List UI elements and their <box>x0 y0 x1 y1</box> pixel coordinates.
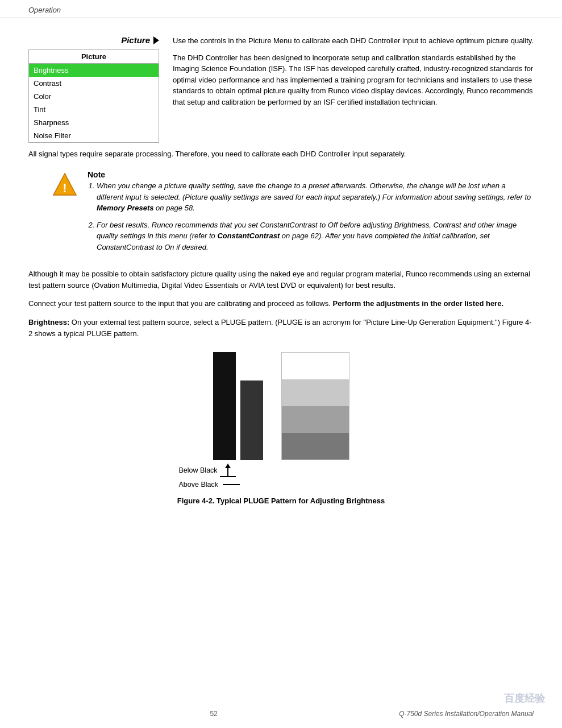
body-para-2-prefix: Connect your test pattern source to the … <box>28 299 331 308</box>
pluge-figure: Below Black Above Black <box>168 346 395 489</box>
pluge-stacked-grays <box>281 352 349 460</box>
header-bar: Operation <box>0 0 562 18</box>
picture-menu-table: Picture Brightness Contrast Color Tint <box>28 49 159 143</box>
menu-item-tint[interactable]: Tint <box>29 103 159 116</box>
footer-page-number: 52 <box>210 710 217 718</box>
svg-text:!: ! <box>63 181 66 195</box>
brightness-text: On your external test pattern source, se… <box>28 318 532 338</box>
below-black-text: Below Black <box>179 466 218 474</box>
note-text-block: Note When you change a picture quality s… <box>88 170 534 258</box>
page: Operation Picture Picture Brightness <box>0 0 562 728</box>
pluge-diagram <box>213 346 349 460</box>
below-black-arrow <box>220 464 236 477</box>
brightness-label: Brightness: <box>28 318 69 326</box>
below-black-label: Below Black <box>179 464 236 477</box>
pluge-labels: Below Black Above Black <box>179 464 240 489</box>
pluge-gray-3 <box>282 406 349 433</box>
brightness-para: Brightness: On your external test patter… <box>28 317 534 340</box>
above-black-text: Above Black <box>179 481 218 489</box>
menu-item-noise-filter[interactable]: Noise Filter <box>29 129 159 143</box>
header-section-label: Operation <box>28 6 61 14</box>
picture-label-row: Picture <box>28 35 159 45</box>
intro-para-2: The DHD Controller has been designed to … <box>173 52 534 108</box>
main-content: Picture Picture Brightness Contrast Colo… <box>0 18 562 522</box>
note-label: Note <box>88 170 534 179</box>
picture-section-title: Picture <box>121 35 150 45</box>
right-column: Use the controls in the Picture Menu to … <box>173 35 534 143</box>
footer: 52 Q-750d Series Installation/Operation … <box>28 710 534 718</box>
intro-para-3: All signal types require separate proces… <box>28 148 534 160</box>
menu-item-color[interactable]: Color <box>29 90 159 103</box>
two-column-layout: Picture Picture Brightness Contrast Colo… <box>28 35 534 143</box>
menu-item-brightness[interactable]: Brightness <box>29 64 159 77</box>
note-item-1: When you change a picture quality settin… <box>97 180 534 214</box>
note-item-2: For best results, Runco recommends that … <box>97 220 534 253</box>
note-box: ! Note When you change a picture quality… <box>51 170 534 258</box>
footer-right-text: Q-750d Series Installation/Operation Man… <box>399 710 534 718</box>
arrow-right-icon <box>153 36 159 44</box>
note-bold-constantcontrast: ConstantContrast <box>217 231 280 240</box>
menu-item-sharpness[interactable]: Sharpness <box>29 116 159 129</box>
figure-caption: Figure 4-2. Typical PLUGE Pattern for Ad… <box>28 497 534 505</box>
pluge-dark-gray-bar <box>240 380 263 460</box>
pluge-gray-4 <box>282 433 349 460</box>
menu-table-header: Picture <box>29 50 159 64</box>
watermark: 百度经验 <box>504 692 545 705</box>
intro-para-1: Use the controls in the Picture Menu to … <box>173 35 534 47</box>
pluge-gray-2 <box>282 379 349 406</box>
body-para-2: Connect your test pattern source to the … <box>28 298 534 309</box>
pluge-black-bar <box>213 352 236 460</box>
above-black-label: Above Black <box>179 481 240 489</box>
menu-item-contrast[interactable]: Contrast <box>29 77 159 90</box>
body-para-1: Although it may be possible to obtain sa… <box>28 268 534 291</box>
left-column: Picture Picture Brightness Contrast Colo… <box>28 35 159 143</box>
above-black-arrow <box>223 484 240 485</box>
pluge-gray-1 <box>282 353 349 379</box>
note-content: When you change a picture quality settin… <box>88 180 534 253</box>
note-triangle-icon: ! <box>51 171 78 200</box>
body-para-2-bold: Perform the adjustments in the order lis… <box>333 299 504 308</box>
note-bold-memory-presets: Memory Presets <box>97 204 153 212</box>
